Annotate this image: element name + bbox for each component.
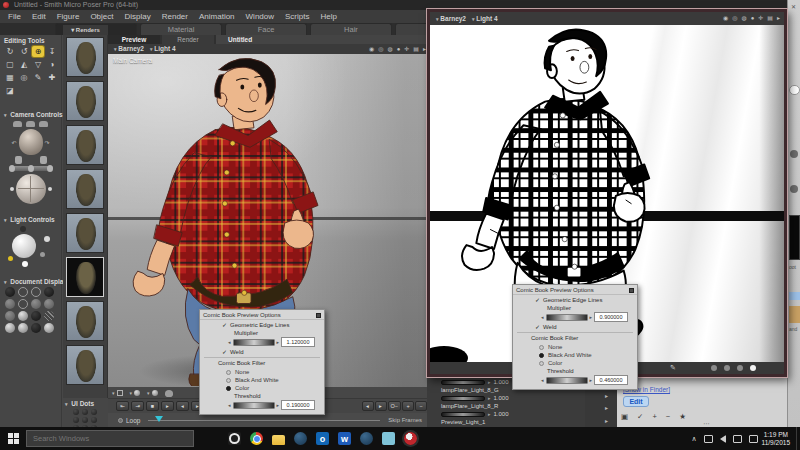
render-thumbnail[interactable] [66,169,104,209]
menu-figure[interactable]: Figure [57,10,80,23]
ui-dot[interactable] [91,409,97,415]
start-button[interactable] [0,427,26,450]
rotate-tool-icon[interactable]: ↻ [4,46,16,57]
parameter-label[interactable]: Preview_Light_1 [441,418,585,426]
depth-tool-icon[interactable]: ◪ [4,85,16,96]
favorite-icon[interactable]: ★ [679,412,686,421]
fly-around-icon[interactable] [15,156,22,164]
radio-black-and-white[interactable]: Black And White [513,351,637,359]
tab-render[interactable]: Render [162,35,214,44]
dot-icon[interactable]: ● [751,12,755,25]
light-dot-icon[interactable] [20,226,26,232]
rotate-left-icon[interactable]: ↶ [11,139,16,146]
new-folder-icon[interactable]: ▣ [621,412,628,421]
scale-tool-icon[interactable]: ▢ [4,59,16,70]
slider-left-icon[interactable]: ◂ [541,314,544,320]
file-explorer-taskbar-icon[interactable] [272,435,285,445]
next-key-button[interactable]: ▸ [375,401,387,411]
multiplier-value-field[interactable]: 1.120000 [281,337,315,347]
notification-icon[interactable] [733,435,742,443]
document-display-header[interactable]: ▾ Document Display S [0,276,61,286]
display-style-icon[interactable] [44,299,54,309]
actor-selector[interactable]: ▾ Light 4 [472,12,498,25]
loop-toggle[interactable] [118,418,123,423]
ui-dot[interactable] [82,417,88,423]
menu-help[interactable]: Help [320,10,336,23]
ui-dot[interactable] [73,409,79,415]
display-style-icon[interactable] [31,311,41,321]
app-taskbar-icon[interactable] [382,432,395,445]
aspect-badge-icon[interactable]: ▤ [767,12,773,25]
grouping-tool-icon[interactable]: ▦ [4,72,16,83]
display-style-icon[interactable] [44,323,54,333]
direct-manip-tool-icon[interactable]: ✚ [46,72,58,83]
word-taskbar-icon[interactable]: w [338,432,351,445]
pan-icon[interactable]: ✛ [404,44,409,54]
light-trackball[interactable] [12,234,36,258]
slider-left-icon[interactable]: ◂ [228,339,231,345]
first-frame-button[interactable]: ⇤ [116,401,129,411]
radio-black-and-white[interactable]: Black And White [200,376,324,384]
menu-animation[interactable]: Animation [199,10,235,23]
tray-chevron-up-icon[interactable]: ∧ [691,435,696,443]
morphing-tool-icon[interactable]: ✎ [32,72,44,83]
ui-dot[interactable] [73,417,79,423]
render-thumbnail[interactable] [66,213,104,253]
display-style-icon[interactable] [18,323,28,333]
display-style-icon[interactable] [18,311,28,321]
face-camera-icon[interactable] [26,121,35,127]
multiplier-slider[interactable] [233,339,275,346]
slider-left-icon[interactable]: ◂ [228,402,231,408]
radio-color[interactable]: Color [513,359,637,367]
snapshot-icon[interactable]: ◎ [378,44,383,54]
pan-icon[interactable]: ✛ [758,12,763,25]
ui-dots-header[interactable]: ▾ UI Dots [63,398,108,408]
camera-icon[interactable]: ◉ [723,12,728,25]
taper-tool-icon[interactable]: ◭ [18,59,30,70]
light-intensity-icon[interactable] [44,236,50,242]
play-button[interactable]: ▸ [161,401,174,411]
aspect-badge-icon[interactable]: ▤ [413,44,419,54]
battery-icon[interactable] [749,435,758,443]
menu-object[interactable]: Object [90,10,113,23]
display-style-icon[interactable] [44,287,54,297]
expander-icon[interactable]: ▸ [605,417,617,424]
renders-panel-header[interactable]: ▾ Renders [63,25,108,35]
light-controls[interactable] [0,226,56,268]
outlook-taskbar-icon[interactable]: o [316,432,329,445]
camera-controls[interactable]: ↶ ↷ [0,119,61,204]
tab-hair[interactable]: Hair [310,23,392,35]
parameter-label[interactable]: lampFlare_Light_8_R [441,402,585,410]
taskbar-clock[interactable]: 1:19 PM 11/9/2015 [762,431,790,446]
display-style-icon[interactable] [44,311,54,321]
slider-right-icon[interactable]: ▸ [277,339,280,345]
apply-icon[interactable]: ✓ [637,412,643,421]
radio-none[interactable]: None [200,368,324,376]
style-dropdown-icon[interactable]: ▾ [147,390,158,396]
step-back-button[interactable]: ◂ [176,401,189,411]
aperture-icon[interactable]: ◍ [741,12,746,25]
library-thumbnail[interactable] [789,292,800,300]
stop-button[interactable]: ■ [146,401,159,411]
figure-selector[interactable]: ▾ Barney2 [114,44,144,54]
ui-dot[interactable] [91,417,97,423]
multiplier-slider[interactable] [546,314,588,321]
slider-right-icon[interactable]: ▸ [277,402,280,408]
network-icon[interactable] [704,435,713,443]
library-icon[interactable] [790,185,798,193]
display-style-icon[interactable] [18,299,28,309]
dial-value[interactable]: 1.000 [494,379,509,385]
threshold-slider[interactable] [546,377,588,384]
add-to-library-icon[interactable]: + [652,412,656,421]
left-hand-camera-icon[interactable] [13,121,22,127]
floating-window-header[interactable]: ▾ Barney2 ▾ Light 4 ◉ ◎ ◍ ● ✛ ▤ ▸ [430,12,784,25]
chain-break-tool-icon[interactable]: ▽ [32,59,44,70]
library-icon[interactable] [790,150,798,158]
translate-inout-tool-icon[interactable]: ↧ [46,46,58,57]
menu-file[interactable]: File [8,10,21,23]
chrome-taskbar-icon[interactable] [250,432,263,445]
render-thumbnail[interactable] [66,81,104,121]
rotate-right-icon[interactable]: ↷ [45,139,50,146]
close-icon[interactable]: ✕ [791,3,796,10]
figure-selector[interactable]: ▾ Barney2 [436,12,466,25]
